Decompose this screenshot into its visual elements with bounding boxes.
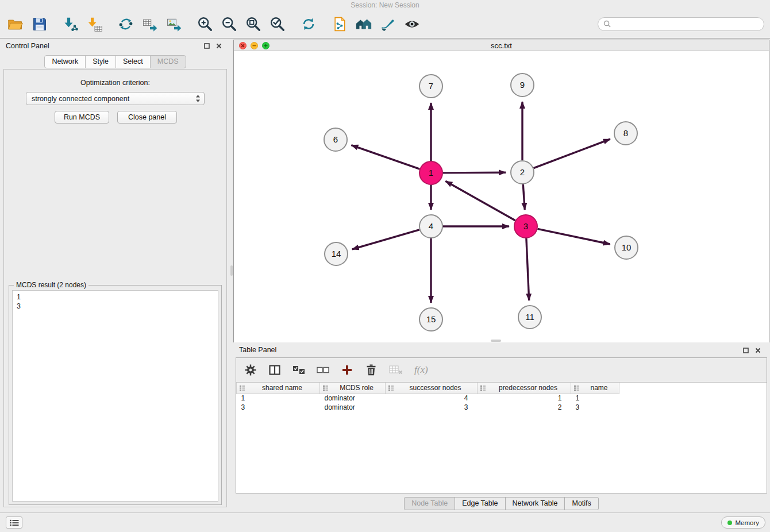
zoom-window-button[interactable] — [262, 42, 270, 49]
open-session-button[interactable] — [6, 13, 25, 35]
task-history-button[interactable] — [6, 516, 22, 529]
network-share-icon — [118, 16, 134, 32]
optimization-criterion-label: Optimization criterion: — [4, 79, 226, 87]
column-header-predecessor-nodes[interactable]: predecessor nodes — [478, 383, 571, 394]
import-table-button[interactable] — [85, 13, 105, 35]
criterion-dropdown[interactable]: strongly connected component — [26, 92, 205, 105]
table-row[interactable]: 3dominator323 — [237, 403, 619, 412]
select-all-columns-button[interactable] — [292, 363, 305, 377]
column-header-successor-nodes[interactable]: successor nodes — [386, 383, 478, 394]
graph-node-label-4: 4 — [429, 221, 433, 231]
show-graphics-details-button[interactable] — [402, 13, 422, 35]
float-panel-button[interactable] — [203, 43, 210, 49]
close-table-panel-button[interactable] — [754, 347, 761, 354]
columns-icon — [269, 365, 280, 375]
zoom-in-button[interactable] — [195, 13, 215, 35]
minimize-window-button[interactable] — [251, 42, 258, 49]
search-box[interactable] — [598, 17, 764, 31]
graph-node-label-3: 3 — [523, 221, 528, 231]
graph-edge-2-3[interactable] — [523, 184, 525, 210]
graph-node-label-15: 15 — [426, 314, 436, 324]
graph-edge-2-8[interactable] — [534, 139, 610, 168]
tab-node-table[interactable]: Node Table — [404, 497, 455, 510]
graph-edge-3-11[interactable] — [526, 238, 529, 300]
network-window: scc.txt 7968124314101511 — [233, 40, 769, 342]
column-label: successor nodes — [409, 384, 461, 392]
zoom-window-icon — [264, 44, 268, 48]
column-header-MCDS-role[interactable]: MCDS role — [320, 383, 386, 394]
tab-motifs[interactable]: Motifs — [564, 497, 598, 510]
run-mcds-button[interactable]: Run MCDS — [55, 111, 109, 124]
column-sort-icon — [239, 385, 245, 393]
graph-edge-4-14[interactable] — [352, 230, 419, 249]
tab-select[interactable]: Select — [116, 55, 151, 68]
import-network-button[interactable] — [61, 13, 80, 35]
zoom-in-icon — [197, 16, 214, 33]
close-panel-button[interactable]: Close panel — [117, 111, 177, 124]
plus-icon — [341, 364, 353, 376]
cell-name: 3 — [571, 403, 619, 412]
export-table-button[interactable] — [140, 13, 160, 35]
apply-style-button[interactable] — [378, 13, 398, 35]
create-column-button[interactable] — [341, 363, 353, 377]
splitter-grip-vertical[interactable] — [230, 265, 233, 276]
tab-style[interactable]: Style — [85, 55, 116, 68]
zoom-out-button[interactable] — [220, 13, 239, 35]
zoom-out-icon — [221, 16, 238, 33]
status-bar: Memory — [0, 512, 770, 532]
mcds-result-group: MCDS result (2 nodes) 13 — [9, 285, 222, 505]
column-header-shared-name[interactable]: shared name — [237, 383, 320, 394]
control-panel-tabs: NetworkStyleSelectMCDS — [0, 55, 230, 68]
search-icon — [603, 20, 611, 28]
graph-node-label-1: 1 — [429, 168, 433, 178]
float-table-panel-button[interactable] — [742, 347, 749, 354]
unselect-all-icon — [317, 365, 329, 375]
graph-edge-3-1[interactable] — [445, 181, 515, 221]
column-header-name[interactable]: name — [571, 383, 619, 394]
refresh-layout-button[interactable] — [299, 13, 318, 35]
delete-column-button[interactable] — [365, 363, 378, 377]
table-row[interactable]: 1dominator411 — [237, 394, 619, 403]
tab-mcds[interactable]: MCDS — [150, 55, 186, 68]
close-panel-button-x[interactable] — [215, 43, 222, 49]
column-label: name — [590, 384, 607, 392]
mcds-result-list[interactable]: 13 — [12, 290, 218, 502]
tab-network[interactable]: Network — [44, 55, 86, 68]
splitter-grip-horizontal[interactable] — [491, 340, 501, 342]
unselect-all-columns-button[interactable] — [317, 363, 329, 377]
tab-edge-table[interactable]: Edge Table — [455, 497, 505, 510]
table-panel-content: f(x) shared nameMCDS rolesuccessor nodes… — [236, 357, 767, 494]
zoom-fit-icon — [245, 16, 262, 33]
network-window-titlebar[interactable]: scc.txt — [234, 40, 769, 51]
graph-edge-1-2[interactable] — [443, 172, 506, 173]
zoom-selected-icon — [269, 16, 286, 33]
show-column-button[interactable] — [268, 363, 281, 377]
zoom-fit-button[interactable] — [244, 13, 263, 35]
graph-node-label-7: 7 — [429, 81, 433, 91]
new-network-button[interactable] — [116, 13, 136, 35]
graph-node-label-2: 2 — [520, 167, 525, 177]
list-icon — [10, 519, 19, 526]
tab-network-table[interactable]: Network Table — [505, 497, 565, 510]
network-graph[interactable]: 7968124314101511 — [234, 52, 769, 342]
eye-icon — [403, 16, 421, 33]
network-from-selection-button[interactable] — [330, 13, 349, 35]
save-session-button[interactable] — [30, 13, 49, 35]
float-icon — [204, 43, 210, 49]
export-image-button[interactable] — [164, 13, 184, 35]
memory-button[interactable]: Memory — [721, 516, 765, 529]
search-input[interactable] — [614, 20, 759, 28]
graph-edge-3-10[interactable] — [538, 229, 610, 244]
network-canvas[interactable]: 7968124314101511 — [234, 52, 769, 342]
table-settings-button[interactable] — [244, 363, 257, 377]
graph-edge-1-6[interactable] — [351, 145, 419, 169]
cell-successor-nodes: 3 — [386, 403, 478, 412]
node-table-body: 1dominator4113dominator323 — [237, 394, 619, 412]
minimize-window-icon — [252, 44, 256, 48]
graph-node-label-11: 11 — [525, 312, 534, 322]
home-view-button[interactable] — [354, 13, 374, 35]
close-window-button[interactable] — [239, 42, 247, 49]
cell-MCDS-role: dominator — [320, 394, 386, 403]
zoom-selected-button[interactable] — [268, 13, 287, 35]
close-icon — [755, 348, 761, 353]
